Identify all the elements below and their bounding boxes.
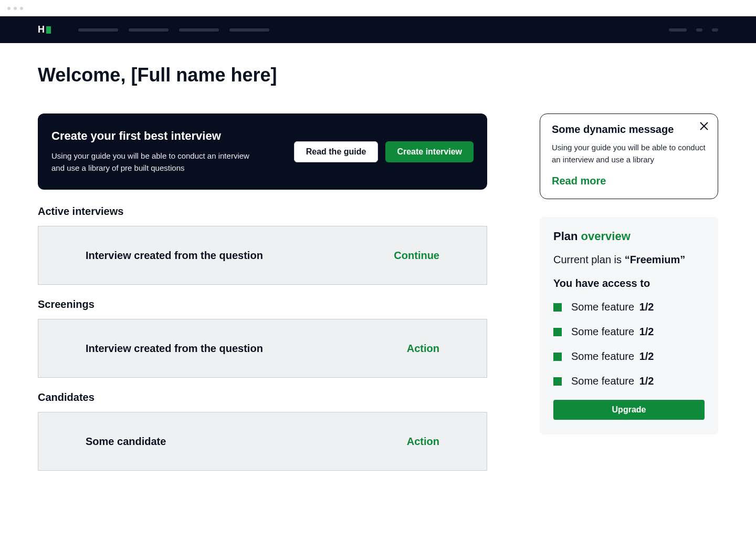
chrome-dot: [14, 7, 17, 10]
plan-feature-row: Some feature 1/2: [553, 375, 705, 387]
interview-row-title: Interview created from the question: [86, 250, 394, 262]
logo[interactable]: H: [38, 24, 51, 35]
candidate-row-title: Some candidate: [86, 436, 407, 448]
message-body: Using your guide you will be able to con…: [552, 142, 706, 165]
plan-feature-row: Some feature 1/2: [553, 350, 705, 363]
nav-right: [669, 28, 718, 32]
chrome-dot: [7, 7, 10, 10]
plan-feature-text: Some feature: [571, 350, 637, 362]
logo-block-icon: [46, 26, 51, 34]
plan-feature-row: Some feature 1/2: [553, 301, 705, 313]
window-chrome: [0, 0, 756, 16]
active-interviews-heading: Active interviews: [38, 205, 487, 218]
nav-link-placeholder[interactable]: [229, 28, 269, 32]
hero-subtitle: Using your guide you will be able to con…: [51, 150, 261, 174]
nav-links: [78, 28, 669, 32]
message-title: Some dynamic message: [552, 123, 706, 136]
nav-right-placeholder[interactable]: [669, 28, 687, 32]
candidates-heading: Candidates: [38, 391, 487, 404]
interview-row[interactable]: Interview created from the question Cont…: [38, 226, 487, 285]
plan-feature-count: 1/2: [639, 301, 654, 313]
plan-feature-text: Some feature: [571, 301, 637, 313]
plan-heading-accent: overview: [581, 230, 631, 243]
plan-feature-text: Some feature: [571, 326, 637, 337]
read-more-link[interactable]: Read more: [552, 175, 706, 187]
chrome-dot: [20, 7, 23, 10]
plan-access-label: You have access to: [553, 277, 705, 289]
plan-current-prefix: Current plan is: [553, 254, 625, 265]
square-bullet-icon: [553, 303, 562, 312]
plan-current: Current plan is “Freemium”: [553, 254, 705, 266]
screenings-heading: Screenings: [38, 298, 487, 311]
hero-card: Create your first best interview Using y…: [38, 113, 487, 190]
nav-right-placeholder[interactable]: [696, 28, 702, 32]
nav-link-placeholder[interactable]: [179, 28, 219, 32]
screening-row-action[interactable]: Action: [407, 343, 439, 355]
close-icon[interactable]: [700, 121, 708, 132]
plan-heading: Plan overview: [553, 230, 705, 243]
upgrade-button[interactable]: Upgrade: [553, 400, 705, 420]
square-bullet-icon: [553, 377, 562, 386]
candidate-row-action[interactable]: Action: [407, 436, 439, 448]
top-navbar: H: [0, 16, 756, 43]
page-title: Welcome, [Full name here]: [38, 64, 718, 86]
square-bullet-icon: [553, 328, 562, 336]
message-card: Some dynamic message Using your guide yo…: [540, 113, 718, 199]
plan-feature-count: 1/2: [639, 326, 654, 337]
plan-current-name: “Freemium”: [625, 254, 686, 265]
create-interview-button[interactable]: Create interview: [385, 141, 474, 162]
plan-heading-prefix: Plan: [553, 230, 581, 243]
candidate-row[interactable]: Some candidate Action: [38, 412, 487, 471]
plan-feature-row: Some feature 1/2: [553, 326, 705, 338]
plan-feature-count: 1/2: [639, 375, 654, 387]
plan-card: Plan overview Current plan is “Freemium”…: [540, 217, 718, 434]
interview-row-action[interactable]: Continue: [394, 250, 439, 262]
screening-row-title: Interview created from the question: [86, 343, 407, 355]
nav-link-placeholder[interactable]: [129, 28, 169, 32]
plan-feature-text: Some feature: [571, 375, 637, 387]
plan-feature-count: 1/2: [639, 350, 654, 362]
x-icon: [700, 122, 708, 130]
logo-letter: H: [38, 24, 45, 35]
screening-row[interactable]: Interview created from the question Acti…: [38, 319, 487, 378]
nav-link-placeholder[interactable]: [78, 28, 118, 32]
read-guide-button[interactable]: Read the guide: [294, 141, 379, 162]
hero-title: Create your first best interview: [51, 129, 273, 143]
nav-right-placeholder[interactable]: [712, 28, 718, 32]
square-bullet-icon: [553, 353, 562, 361]
